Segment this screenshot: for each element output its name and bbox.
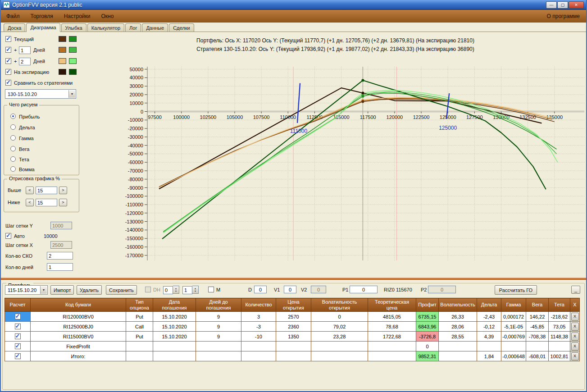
save-button[interactable]: Сохранить bbox=[106, 285, 137, 295]
svg-text:30000: 30000 bbox=[129, 83, 143, 89]
plus2-days-input[interactable] bbox=[19, 58, 31, 65]
maximize-button[interactable]: ▢ bbox=[557, 1, 568, 9]
row-calc-cell[interactable] bbox=[5, 322, 31, 332]
column-header[interactable]: Дней допогашения bbox=[196, 298, 241, 312]
cell bbox=[439, 351, 477, 361]
portfolio-select[interactable]: 115-15.10.20 ▼ bbox=[5, 285, 48, 295]
plus1-checkbox[interactable] bbox=[5, 47, 11, 53]
row-calc-checkbox[interactable] bbox=[15, 353, 21, 359]
column-header[interactable]: X bbox=[570, 298, 580, 312]
radio-profit[interactable] bbox=[10, 114, 16, 119]
import-button[interactable]: Импорт bbox=[50, 285, 74, 295]
tab-smile[interactable]: Улыбка bbox=[61, 23, 86, 32]
column-header[interactable]: Теоретическаяцена bbox=[368, 298, 416, 312]
column-header[interactable]: Волатильностьоткрытия bbox=[311, 298, 368, 312]
menu-trading[interactable]: Торговля bbox=[25, 11, 59, 22]
current-checkbox[interactable] bbox=[5, 36, 11, 42]
spin-down-icon[interactable]: ▼ bbox=[194, 290, 196, 293]
below-decrease-button[interactable]: < bbox=[26, 199, 34, 206]
column-header[interactable]: Вега bbox=[526, 298, 549, 312]
column-header[interactable]: Тета bbox=[549, 298, 570, 312]
portfolio-panel: Портфель 115-15.10.20 ▼ Импорт Удалить С… bbox=[1, 280, 586, 391]
radio-theta[interactable] bbox=[10, 156, 16, 162]
v1-input[interactable] bbox=[284, 286, 296, 293]
row-calc-cell[interactable] bbox=[5, 312, 31, 322]
tab-board[interactable]: Доска bbox=[4, 23, 25, 32]
delete-cell: X bbox=[570, 351, 580, 361]
row-calc-checkbox[interactable] bbox=[15, 343, 21, 349]
row-calc-checkbox[interactable] bbox=[15, 333, 21, 339]
dh-spinner2-input[interactable] bbox=[182, 286, 192, 294]
row-calc-checkbox[interactable] bbox=[15, 314, 21, 319]
column-header[interactable]: Дельта bbox=[477, 298, 501, 312]
cell: -45,85 bbox=[526, 322, 549, 332]
chevron-down-icon[interactable]: ▼ bbox=[40, 286, 47, 294]
row-calc-cell[interactable] bbox=[5, 351, 31, 361]
column-header[interactable]: Типопциона bbox=[126, 298, 153, 312]
svg-text:-150000: -150000 bbox=[125, 236, 143, 241]
below-percent-input[interactable] bbox=[36, 199, 57, 206]
menu-settings[interactable]: Настройки bbox=[59, 11, 96, 22]
column-header[interactable]: Профит bbox=[416, 298, 439, 312]
draw-what-group: Чего рисуем Прибыль Дельта Гамма Вега Те… bbox=[4, 105, 79, 175]
close-button[interactable]: ✕ bbox=[569, 1, 584, 9]
radio-vomma[interactable] bbox=[10, 166, 16, 172]
expiration-checkbox[interactable] bbox=[5, 69, 11, 75]
tab-deals[interactable]: Сделки bbox=[169, 23, 194, 32]
compare-strategies-checkbox[interactable] bbox=[5, 80, 11, 86]
cell: 28,06 bbox=[439, 322, 477, 332]
grid-step-x-input[interactable] bbox=[50, 241, 72, 249]
sko-count-input[interactable] bbox=[47, 252, 73, 260]
collapse-button[interactable]: _ bbox=[571, 286, 580, 294]
column-header[interactable]: Код бумаги bbox=[31, 298, 126, 312]
column-header[interactable]: Волатильность bbox=[439, 298, 477, 312]
d-input[interactable] bbox=[254, 286, 267, 293]
menu-about[interactable]: О программе bbox=[541, 11, 586, 22]
chevron-down-icon[interactable]: ▼ bbox=[68, 90, 75, 98]
cell: -608,01 bbox=[526, 351, 549, 361]
row-calc-cell[interactable] bbox=[5, 332, 31, 342]
dh-spinner1-input[interactable] bbox=[163, 286, 173, 294]
menu-file[interactable]: Файл bbox=[1, 11, 25, 22]
spin-down-icon[interactable]: ▼ bbox=[175, 290, 177, 293]
m-checkbox[interactable] bbox=[208, 287, 214, 292]
column-header[interactable]: Количество bbox=[241, 298, 276, 312]
above-decrease-button[interactable]: < bbox=[26, 187, 34, 194]
column-header[interactable]: Расчет bbox=[5, 298, 31, 312]
cell bbox=[276, 342, 311, 351]
above-percent-input[interactable] bbox=[36, 187, 57, 194]
column-header[interactable]: Ценаоткрытия bbox=[276, 298, 311, 312]
menu-window[interactable]: Окно bbox=[96, 11, 119, 22]
column-header[interactable]: Датапогашения bbox=[153, 298, 196, 312]
tab-data[interactable]: Данные bbox=[142, 23, 168, 32]
plus1-days-input[interactable] bbox=[19, 46, 31, 54]
tab-diagram[interactable]: Диаграмма bbox=[26, 23, 60, 32]
radio-vomma-label: Вомма bbox=[19, 167, 35, 172]
radio-vega[interactable] bbox=[10, 146, 16, 151]
row-delete-button[interactable]: X bbox=[571, 313, 579, 321]
row-delete-button[interactable]: X bbox=[571, 323, 579, 331]
radio-delta[interactable] bbox=[10, 124, 16, 130]
p1-input[interactable] bbox=[350, 286, 378, 293]
calc-go-button[interactable]: Рассчитать ГО bbox=[495, 285, 537, 295]
days-count-input[interactable] bbox=[47, 263, 73, 271]
tab-log[interactable]: Лог bbox=[125, 23, 141, 32]
delete-button[interactable]: Удалить bbox=[77, 285, 102, 295]
row-delete-button[interactable]: X bbox=[571, 342, 579, 351]
plus2-checkbox[interactable] bbox=[5, 58, 11, 64]
cell: -2,43 bbox=[477, 312, 501, 322]
row-calc-checkbox[interactable] bbox=[15, 324, 21, 329]
radio-gamma[interactable] bbox=[10, 135, 16, 141]
row-calc-cell[interactable] bbox=[5, 342, 31, 351]
strategy-select[interactable]: 130-15.10.20 ▼ bbox=[5, 89, 76, 99]
minimize-button[interactable]: — bbox=[546, 1, 557, 9]
tab-calculator[interactable]: Калькулятор bbox=[87, 23, 124, 32]
column-header[interactable]: Гамма bbox=[501, 298, 526, 312]
series-row-plus2: + Дней bbox=[5, 58, 83, 65]
profit-chart[interactable]: 50000400003000020000100000-10000-20000-3… bbox=[84, 63, 587, 275]
row-delete-button[interactable]: X bbox=[571, 333, 579, 341]
auto-checkbox[interactable] bbox=[5, 233, 11, 239]
row-delete-button[interactable]: X bbox=[571, 352, 579, 360]
above-increase-button[interactable]: > bbox=[59, 187, 67, 194]
below-increase-button[interactable]: > bbox=[59, 199, 67, 206]
